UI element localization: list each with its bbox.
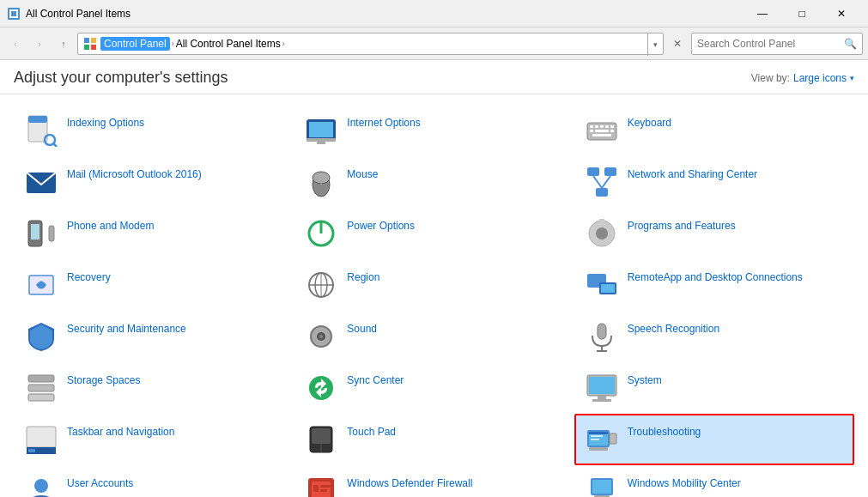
window-title: All Control Panel Items — [26, 8, 743, 20]
view-by-label: View by: — [751, 72, 790, 84]
svg-rect-53 — [598, 324, 606, 339]
svg-rect-29 — [587, 167, 599, 176]
item-label-internet: Internet Options — [347, 113, 420, 130]
item-icon-defender — [304, 474, 338, 497]
svg-rect-75 — [591, 435, 603, 437]
item-label-recovery: Recovery — [67, 268, 111, 285]
item-label-storage: Storage Spaces — [67, 371, 140, 388]
item-defender[interactable]: Windows Defender Firewall — [294, 465, 574, 497]
item-sound[interactable]: Sound — [294, 311, 574, 362]
item-label-user: User Accounts — [67, 474, 133, 491]
address-bar: ‹ › ↑ Control Panel › All Control Panel … — [0, 27, 868, 60]
svg-rect-8 — [28, 116, 47, 123]
item-troubleshooting[interactable]: Troubleshooting — [574, 414, 854, 465]
item-label-network: Network and Sharing Center — [628, 165, 757, 182]
address-dropdown-btn[interactable]: ▾ — [647, 33, 663, 56]
svg-rect-12 — [309, 122, 333, 137]
item-recovery[interactable]: Recovery — [14, 259, 294, 311]
item-label-taskbar: Taskbar and Navigation — [67, 422, 174, 439]
item-label-indexing: Indexing Options — [67, 113, 144, 130]
item-label-keyboard: Keyboard — [628, 113, 671, 130]
svg-rect-18 — [600, 125, 604, 128]
svg-rect-22 — [595, 130, 609, 132]
svg-rect-63 — [592, 399, 611, 402]
item-programs[interactable]: Programs and Features — [574, 208, 854, 259]
title-bar: All Control Panel Items — □ ✕ — [0, 0, 868, 27]
item-taskbar[interactable]: Taskbar and Navigation — [14, 414, 294, 465]
close-button[interactable]: ✕ — [822, 0, 861, 27]
item-remoteapp[interactable]: RemoteApp and Desktop Connections — [574, 259, 854, 311]
svg-rect-74 — [589, 447, 608, 451]
svg-rect-76 — [591, 439, 599, 440]
item-speech[interactable]: Speech Recognition — [574, 311, 854, 362]
item-icon-keyboard — [585, 113, 619, 148]
item-icon-speech — [585, 319, 619, 354]
svg-rect-36 — [49, 226, 54, 241]
item-icon-network — [585, 165, 619, 199]
path-segment-cp[interactable]: Control Panel — [100, 37, 170, 51]
path-arrow-2: › — [282, 39, 285, 48]
address-clear-btn[interactable]: ✕ — [667, 33, 688, 55]
item-icon-power — [304, 216, 338, 251]
item-internet[interactable]: Internet Options — [294, 105, 574, 156]
svg-rect-81 — [320, 485, 331, 488]
item-indexing[interactable]: Indexing Options — [14, 105, 294, 156]
search-box[interactable]: 🔍 — [691, 33, 863, 55]
item-icon-mail — [24, 165, 58, 199]
forward-button[interactable]: › — [29, 33, 50, 54]
item-label-speech: Speech Recognition — [628, 319, 719, 336]
maximize-button[interactable]: □ — [782, 0, 822, 27]
item-icon-remoteapp — [585, 268, 619, 302]
svg-rect-23 — [610, 130, 614, 132]
item-label-security: Security and Maintenance — [67, 319, 186, 336]
svg-rect-17 — [595, 125, 598, 128]
main-content: Adjust your computer's settings View by:… — [0, 60, 868, 497]
svg-line-10 — [53, 143, 57, 147]
item-mouse[interactable]: Mouse — [294, 156, 574, 208]
path-segment-all[interactable]: All Control Panel Items — [176, 38, 281, 50]
window-icon — [7, 7, 21, 21]
item-phone[interactable]: Phone and Modem — [14, 208, 294, 259]
svg-rect-2 — [11, 11, 16, 16]
svg-rect-6 — [91, 45, 96, 50]
view-by-value[interactable]: Large icons — [793, 72, 847, 84]
svg-rect-49 — [601, 284, 615, 293]
item-user[interactable]: User Accounts — [14, 465, 294, 497]
view-by-arrow[interactable]: ▾ — [850, 74, 854, 82]
svg-rect-73 — [610, 433, 616, 444]
svg-rect-68 — [312, 428, 331, 444]
svg-rect-19 — [605, 125, 609, 128]
svg-rect-80 — [313, 485, 319, 492]
item-mail[interactable]: Mail (Microsoft Outlook 2016) — [14, 156, 294, 208]
svg-point-28 — [313, 172, 330, 184]
item-security[interactable]: Security and Maintenance — [14, 311, 294, 362]
svg-rect-24 — [592, 134, 611, 136]
item-sync[interactable]: Sync Center — [294, 362, 574, 414]
item-region[interactable]: Region — [294, 259, 574, 311]
path-cp-icon — [83, 37, 99, 51]
item-mobility[interactable]: Windows Mobility Center — [574, 465, 854, 497]
search-icon: 🔍 — [844, 38, 857, 50]
up-button[interactable]: ↑ — [53, 33, 74, 54]
item-label-region: Region — [347, 268, 379, 285]
item-power[interactable]: Power Options — [294, 208, 574, 259]
items-container[interactable]: Indexing OptionsInternet OptionsKeyboard… — [0, 94, 868, 497]
item-system[interactable]: System — [574, 362, 854, 414]
item-icon-system — [585, 371, 619, 405]
svg-point-52 — [319, 335, 323, 338]
svg-rect-41 — [599, 219, 604, 226]
item-icon-internet — [304, 113, 338, 148]
svg-rect-58 — [28, 394, 54, 401]
minimize-button[interactable]: — — [743, 0, 782, 27]
item-label-phone: Phone and Modem — [67, 216, 154, 233]
item-network[interactable]: Network and Sharing Center — [574, 156, 854, 208]
address-path[interactable]: Control Panel › All Control Panel Items … — [77, 33, 664, 55]
item-keyboard[interactable]: Keyboard — [574, 105, 854, 156]
item-storage[interactable]: Storage Spaces — [14, 362, 294, 414]
item-touchpad[interactable]: Touch Pad — [294, 414, 574, 465]
item-label-programs: Programs and Features — [628, 216, 736, 233]
svg-rect-13 — [307, 138, 336, 142]
svg-rect-21 — [590, 130, 593, 132]
back-button[interactable]: ‹ — [5, 33, 26, 54]
search-input[interactable] — [697, 38, 844, 50]
